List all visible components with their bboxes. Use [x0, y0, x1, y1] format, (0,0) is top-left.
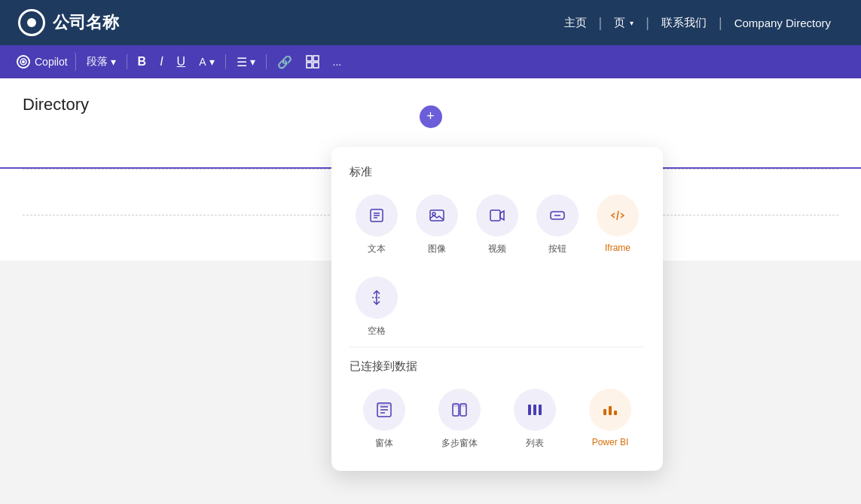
company-name: 公司名称	[53, 11, 119, 34]
toolbar-divider-2	[225, 54, 226, 69]
svg-rect-30	[603, 409, 606, 415]
popup-item-form[interactable]: 窗体	[350, 386, 419, 453]
logo-icon	[18, 9, 45, 36]
popup-item-button[interactable]: 按钮	[530, 191, 585, 258]
add-block-button[interactable]: +	[420, 105, 442, 128]
svg-rect-12	[490, 210, 500, 221]
popup-standard-grid: 文本 图像	[350, 191, 645, 258]
iframe-icon	[597, 194, 639, 237]
popup-video-label: 视频	[488, 243, 506, 255]
copilot-label: Copilot	[35, 56, 68, 68]
svg-point-1	[22, 60, 25, 63]
form-icon	[363, 389, 405, 431]
svg-rect-5	[313, 63, 319, 68]
align-button[interactable]: ☰ ▾	[231, 52, 261, 72]
svg-rect-26	[460, 404, 466, 407]
popup-iframe-label: Iframe	[605, 243, 630, 253]
svg-rect-27	[528, 405, 531, 415]
video-icon	[476, 194, 518, 237]
italic-button[interactable]: I	[154, 52, 169, 72]
popup-list-label: 列表	[526, 437, 544, 450]
svg-rect-10	[430, 210, 444, 221]
popup-section-divider	[350, 347, 645, 347]
text-icon	[356, 194, 398, 237]
more-button[interactable]: ...	[327, 53, 348, 71]
table-button[interactable]	[300, 52, 325, 72]
toolbar-divider-1	[127, 54, 127, 69]
svg-rect-28	[533, 405, 536, 415]
popup-text-label: 文本	[368, 243, 386, 255]
nav-home[interactable]: 主页	[552, 16, 599, 30]
popup-item-video[interactable]: 视频	[470, 191, 524, 258]
popup-overlay: 标准 文本	[331, 147, 663, 471]
popup-image-label: 图像	[428, 243, 446, 255]
paragraph-dropdown[interactable]: 段落 ▾	[81, 52, 122, 72]
svg-rect-31	[609, 406, 612, 415]
popup-item-spacer[interactable]: 空格	[350, 273, 404, 341]
svg-rect-3	[313, 56, 319, 61]
popup-section-data-title: 已连接到数据	[350, 359, 645, 374]
popup-item-text[interactable]: 文本	[350, 191, 404, 258]
popup-data-grid: 窗体 多步窗体	[350, 386, 645, 453]
svg-rect-32	[614, 411, 617, 415]
nav-links: 主页 | 页 ▾ | 联系我们 | Company Directory	[552, 15, 843, 31]
paragraph-arrow: ▾	[111, 56, 116, 68]
svg-rect-4	[307, 63, 312, 68]
list-icon	[514, 389, 556, 431]
nav-company-directory[interactable]: Company Directory	[722, 17, 843, 29]
popup-item-powerbi[interactable]: Power BI	[576, 386, 645, 453]
add-block-popup: 标准 文本	[331, 147, 663, 471]
popup-form-label: 窗体	[375, 437, 393, 450]
popup-powerbi-label: Power BI	[592, 437, 629, 447]
nav-contact[interactable]: 联系我们	[649, 16, 719, 30]
font-color-arrow: ▾	[209, 56, 215, 68]
popup-item-list[interactable]: 列表	[500, 386, 569, 453]
copilot-icon	[17, 55, 30, 69]
svg-rect-2	[307, 56, 312, 61]
spacer-icon	[356, 276, 398, 319]
link-button[interactable]: 🔗	[271, 52, 298, 72]
editor-toolbar: Copilot 段落 ▾ B I U A ▾ ☰ ▾ 🔗	[0, 45, 861, 78]
multistep-icon	[438, 389, 481, 431]
svg-line-15	[617, 211, 618, 220]
popup-item-iframe[interactable]: Iframe	[591, 191, 645, 258]
align-arrow: ▾	[250, 56, 255, 68]
image-icon	[416, 194, 458, 237]
svg-rect-25	[453, 404, 459, 407]
popup-multistep-label: 多步窗体	[441, 437, 478, 450]
popup-button-label: 按钮	[548, 243, 566, 255]
editor-container: Copilot 段落 ▾ B I U A ▾ ☰ ▾ 🔗	[0, 45, 861, 261]
bold-button[interactable]: B	[132, 52, 153, 72]
powerbi-icon	[589, 389, 631, 431]
toolbar-divider-3	[266, 54, 267, 69]
popup-standard-grid-2: 空格	[350, 273, 645, 341]
svg-rect-22	[377, 403, 391, 406]
font-color-button[interactable]: A ▾	[193, 53, 220, 71]
navbar: 公司名称 主页 | 页 ▾ | 联系我们 | Company Directory	[0, 0, 861, 45]
underline-button[interactable]: U	[171, 52, 192, 72]
logo[interactable]: 公司名称	[18, 9, 552, 36]
nav-page-arrow: ▾	[630, 19, 634, 27]
svg-rect-29	[539, 405, 542, 415]
popup-item-multistep[interactable]: 多步窗体	[425, 386, 494, 453]
popup-spacer-label: 空格	[368, 325, 386, 338]
nav-page[interactable]: 页 ▾	[602, 16, 646, 30]
popup-section-standard-title: 标准	[350, 165, 645, 179]
button-icon	[536, 194, 579, 237]
popup-item-image[interactable]: 图像	[410, 191, 464, 258]
copilot-button[interactable]: Copilot	[9, 52, 76, 72]
